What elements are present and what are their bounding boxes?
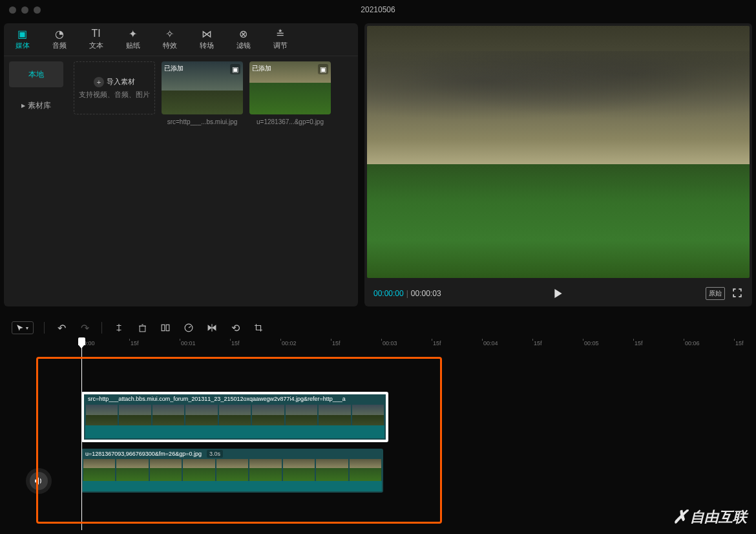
watermark-text: 自由互联 — [690, 507, 747, 527]
ruler-tick: 15f — [231, 340, 240, 347]
tab-label: 转场 — [200, 41, 214, 50]
import-title: 导入素材 — [107, 77, 135, 87]
track-mute-button[interactable] — [30, 472, 48, 490]
clip-duration: 3.0s — [207, 450, 223, 458]
image-icon: ▣ — [230, 64, 240, 74]
current-time: 00:00:00 — [373, 289, 404, 298]
effects-icon: ✧ — [165, 28, 175, 39]
ruler-tick: 15f — [735, 340, 744, 347]
timeline-panel: ▼ ↶ ↷ ⟲ 00:00 15f 00:01 15f 00:02 15f 00… — [4, 317, 752, 530]
media-panel: ▣媒体 ◔音频 TI文本 ✦贴纸 ✧特效 ⋈转场 ⊗滤镜 ≛调节 本地 ▶素材库… — [4, 23, 358, 306]
clip-audio-track — [83, 481, 382, 491]
text-icon: TI — [91, 28, 101, 39]
aspect-ratio-button[interactable]: 原始 — [706, 287, 725, 300]
clip-audio-track — [85, 425, 384, 438]
timeline-ruler[interactable]: 00:00 15f 00:01 15f 00:02 15f 00:03 15f … — [80, 339, 752, 352]
svg-rect-1 — [162, 325, 165, 330]
ruler-tick: 00:02 — [282, 340, 297, 347]
timeline-toolbar: ▼ ↶ ↷ ⟲ — [4, 317, 752, 339]
rotate-button[interactable]: ⟲ — [229, 321, 242, 334]
tab-media[interactable]: ▣媒体 — [4, 23, 41, 56]
redo-button[interactable]: ↷ — [78, 321, 91, 334]
select-tool-dropdown[interactable]: ▼ — [12, 321, 34, 334]
tab-label: 媒体 — [16, 41, 30, 50]
ruler-tick: 15f — [534, 340, 542, 347]
ruler-tick: 15f — [433, 340, 441, 347]
tab-transition[interactable]: ⋈转场 — [188, 23, 225, 56]
plus-icon: + — [94, 77, 104, 87]
watermark: ✗ 自由互联 — [673, 506, 747, 528]
chevron-down-icon: ▼ — [25, 326, 30, 330]
tab-label: 调节 — [273, 41, 288, 50]
titlebar: 20210506 — [0, 0, 756, 19]
svg-rect-0 — [140, 326, 145, 332]
tab-filter[interactable]: ⊗滤镜 — [225, 23, 262, 56]
added-badge: 已添加 — [252, 64, 271, 73]
added-badge: 已添加 — [164, 64, 184, 73]
clip-label: u=1281367093,966769300&fm=26&gp=0.jpg — [85, 451, 202, 457]
tab-label: 音频 — [52, 41, 67, 50]
tab-label: 文本 — [89, 41, 103, 50]
undo-button[interactable]: ↶ — [55, 321, 68, 334]
side-tab-local[interactable]: 本地 — [9, 61, 63, 87]
split-button[interactable] — [112, 321, 125, 334]
import-media-button[interactable]: +导入素材 支持视频、音频、图片 — [74, 61, 155, 114]
project-title: 20210506 — [0, 5, 756, 14]
import-hint: 支持视频、音频、图片 — [79, 90, 150, 100]
tab-label: 特效 — [163, 41, 177, 50]
ruler-tick: 00:01 — [181, 340, 196, 347]
freeze-button[interactable] — [159, 321, 172, 334]
side-tabs: 本地 ▶素材库 — [4, 56, 68, 306]
main-tabs: ▣媒体 ◔音频 TI文本 ✦贴纸 ✧特效 ⋈转场 ⊗滤镜 ≛调节 — [4, 23, 358, 56]
clip-label: src=http___attach.bbs.miui.com_forum_201… — [88, 396, 382, 402]
image-icon: ▣ — [318, 64, 328, 74]
tab-text[interactable]: TI文本 — [78, 23, 114, 56]
tab-effects[interactable]: ✧特效 — [151, 23, 188, 56]
tab-label: 滤镜 — [236, 41, 251, 50]
preview-viewport[interactable] — [367, 26, 750, 278]
ruler-tick: 15f — [635, 340, 643, 347]
side-tab-label: 素材库 — [28, 100, 51, 111]
svg-rect-2 — [166, 325, 169, 330]
ruler-tick: 15f — [332, 340, 341, 347]
filter-icon: ⊗ — [238, 28, 249, 39]
ruler-tick: 15f — [131, 340, 139, 347]
speed-button[interactable] — [182, 321, 195, 334]
media-icon: ▣ — [17, 28, 28, 39]
tab-label: 贴纸 — [126, 41, 140, 50]
audio-icon: ◔ — [54, 28, 65, 39]
crop-button[interactable] — [252, 321, 265, 334]
ruler-tick: 00:05 — [584, 340, 599, 347]
side-tab-library[interactable]: ▶素材库 — [9, 92, 63, 118]
delete-button[interactable] — [136, 321, 149, 334]
timeline-clip-selected[interactable]: src=http___attach.bbs.miui.com_forum_201… — [81, 392, 388, 442]
media-thumbnail[interactable]: 已添加 ▣ — [162, 61, 243, 114]
preview-panel: 00:00:00 | 00:00:03 原始 — [364, 23, 752, 306]
clip-thumbnails — [85, 405, 384, 425]
time-separator: | — [406, 289, 408, 298]
ruler-tick: 00:06 — [685, 340, 700, 347]
media-filename: u=1281367...&gp=0.jpg — [249, 118, 331, 125]
adjust-icon: ≛ — [275, 28, 286, 39]
clip-thumbnails — [81, 459, 383, 481]
fullscreen-button[interactable] — [733, 288, 743, 299]
tab-sticker[interactable]: ✦贴纸 — [114, 23, 151, 56]
timeline-clip[interactable]: u=1281367093,966769300&fm=26&gp=0.jpg 3.… — [81, 449, 383, 493]
ruler-tick: 00:04 — [483, 340, 498, 347]
media-thumbnail[interactable]: 已添加 ▣ — [249, 61, 331, 114]
tab-audio[interactable]: ◔音频 — [41, 23, 78, 56]
media-item: 已添加 ▣ src=http___...bs.miui.jpg — [162, 61, 243, 301]
ruler-tick: 00:03 — [383, 340, 397, 347]
playhead[interactable] — [81, 339, 82, 530]
media-grid: +导入素材 支持视频、音频、图片 已添加 ▣ src=http___...bs.… — [68, 56, 358, 306]
transition-icon: ⋈ — [202, 28, 212, 39]
total-duration: 00:00:03 — [411, 289, 441, 298]
watermark-icon: ✗ — [673, 506, 688, 528]
timeline-tracks[interactable]: src=http___attach.bbs.miui.com_forum_201… — [4, 352, 752, 530]
play-button[interactable] — [551, 286, 566, 301]
mirror-button[interactable] — [205, 321, 218, 334]
media-filename: src=http___...bs.miui.jpg — [162, 118, 243, 125]
sticker-icon: ✦ — [128, 28, 138, 39]
tab-adjust[interactable]: ≛调节 — [262, 23, 299, 56]
preview-controls: 00:00:00 | 00:00:03 原始 — [364, 281, 752, 306]
